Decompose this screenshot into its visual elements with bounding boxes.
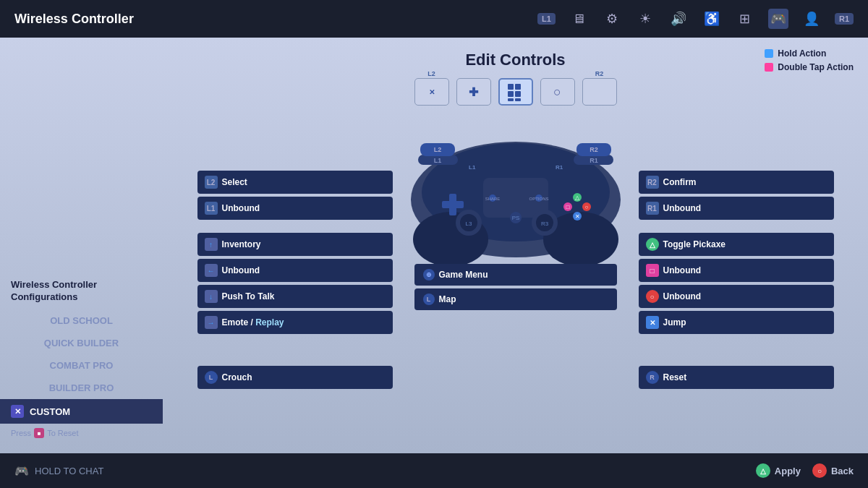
tri-label: Toggle Pickaxe: [663, 239, 726, 249]
controller-image: L1 R1 L2 R2 L1 R1 SHARE OPTIONS: [400, 106, 631, 265]
btn-r2-confirm[interactable]: R2 Confirm: [639, 171, 834, 194]
legend-hold-label: Hold Action: [778, 48, 826, 59]
options-icon: ⊕: [423, 269, 435, 281]
tab-l2[interactable]: L2 ✕: [414, 78, 449, 106]
sidebar-item-quick-builder[interactable]: QUICK BUILDER: [0, 332, 163, 354]
btn-l3-crouch[interactable]: L Crouch: [197, 366, 393, 389]
btn-r1-unbound[interactable]: R1 Unbound: [639, 197, 834, 220]
btn-dpad-up[interactable]: ↑ Inventory: [197, 233, 393, 256]
apply-label: Apply: [775, 466, 801, 476]
tab-r2[interactable]: R2: [582, 78, 617, 106]
main-content: Wireless ControllerConfigurations OLD SC…: [0, 38, 868, 453]
l1-label: Unbound: [222, 203, 260, 213]
btn-game-menu[interactable]: ⊕ Game Menu: [414, 264, 617, 286]
replay-text: Replay: [255, 317, 284, 328]
svg-text:R2: R2: [590, 146, 598, 153]
btn-square[interactable]: □ Unbound: [639, 259, 834, 282]
back-action[interactable]: ○ Back: [812, 463, 854, 478]
svg-rect-2: [508, 91, 514, 97]
btn-dpad-right[interactable]: → Emote / Replay: [197, 311, 393, 334]
sidebar-item-builder-pro[interactable]: BUILDER PRO: [0, 377, 163, 399]
legend: Hold Action Double Tap Action: [765, 48, 854, 72]
svg-text:L3: L3: [465, 221, 472, 227]
dpad-up-label: Inventory: [222, 239, 261, 249]
sidebar: Wireless ControllerConfigurations OLD SC…: [0, 38, 163, 453]
sidebar-item-custom[interactable]: ✕ CUSTOM: [0, 399, 163, 424]
sidebar-item-combat-pro[interactable]: COMBAT PRO: [0, 354, 163, 377]
to-reset-label: To Reset: [47, 429, 78, 437]
right-buttons: R2 Confirm R1 Unbound △ Toggle Pickaxe □…: [631, 171, 834, 389]
r-label: Reset: [663, 372, 687, 382]
left-buttons: L2 Select L1 Unbound ↑ Inventory ← Unbou…: [197, 171, 400, 389]
btn-l1-unbound[interactable]: L1 Unbound: [197, 197, 393, 220]
x-badge: ✕: [646, 316, 659, 329]
tab-row: L2 ✕ ✚ ○ R2: [414, 78, 617, 106]
tab-grid[interactable]: [498, 78, 533, 106]
top-bar: Wireless Controller L1 🖥 ⚙ ☀ 🔊 ♿ ⊞ 🎮 👤 R…: [0, 0, 868, 38]
legend-double-tap: Double Tap Action: [765, 62, 854, 72]
custom-x-icon: ✕: [11, 405, 24, 418]
bottom-left: 🎮 HOLD TO CHAT: [14, 464, 103, 478]
press-label: Press: [11, 429, 31, 437]
dpad-up-badge: ↑: [205, 238, 218, 251]
nav-user-icon[interactable]: 👤: [801, 9, 822, 29]
svg-rect-28: [442, 201, 464, 208]
nav-grid-icon[interactable]: ⊞: [735, 9, 755, 29]
nav-sun-icon[interactable]: ☀: [635, 9, 655, 29]
svg-text:R3: R3: [540, 221, 548, 227]
map-label: Map: [439, 294, 456, 304]
tab-circle-icon: ○: [553, 85, 561, 100]
svg-text:R1: R1: [556, 164, 563, 171]
page-title: Edit Controls: [465, 51, 565, 69]
btn-r-reset[interactable]: R Reset: [639, 366, 834, 389]
btn-dpad-down[interactable]: ↓ Push To Talk: [197, 285, 393, 308]
nav-gamepad-icon[interactable]: 🎮: [768, 9, 788, 29]
nav-icons: L1 🖥 ⚙ ☀ 🔊 ♿ ⊞ 🎮 👤 R1: [537, 9, 854, 29]
btn-x[interactable]: ✕ Jump: [639, 311, 834, 334]
l2-badge: L2: [205, 176, 218, 189]
svg-text:○: ○: [584, 204, 588, 210]
btn-triangle[interactable]: △ Toggle Pickaxe: [639, 233, 834, 256]
btn-circle[interactable]: ○ Unbound: [639, 285, 834, 308]
game-menu-label: Game Menu: [439, 270, 488, 280]
back-label: Back: [831, 466, 854, 476]
svg-rect-4: [508, 98, 514, 101]
btn-l2-select[interactable]: L2 Select: [197, 171, 393, 194]
r2-label: Confirm: [663, 177, 697, 187]
x-label: Jump: [663, 317, 686, 328]
btn-map[interactable]: L Map: [414, 288, 617, 310]
sidebar-item-old-school[interactable]: OLD SCHOOL: [0, 309, 163, 332]
l1-badge: L1: [205, 202, 218, 215]
btn-dpad-left[interactable]: ← Unbound: [197, 259, 393, 282]
legend-hold-dot: [765, 49, 773, 58]
apply-action[interactable]: △ Apply: [756, 463, 801, 478]
dpad-down-badge: ↓: [205, 290, 218, 303]
r2-badge: R2: [646, 176, 659, 189]
apply-tri-icon: △: [756, 463, 770, 478]
nav-person-icon[interactable]: ♿: [702, 9, 722, 29]
nav-l1-badge[interactable]: L1: [537, 13, 556, 25]
square-btn-icon: ■: [34, 428, 44, 438]
tab-r2-label: R2: [595, 70, 604, 77]
svg-rect-3: [515, 91, 521, 97]
back-cir-icon: ○: [812, 463, 827, 478]
nav-gear-icon[interactable]: ⚙: [602, 9, 622, 29]
svg-text:□: □: [566, 204, 569, 210]
bottom-bar: 🎮 HOLD TO CHAT △ Apply ○ Back: [0, 453, 868, 488]
r-badge: R: [646, 371, 659, 384]
legend-hold: Hold Action: [765, 48, 854, 59]
sidebar-title: Wireless ControllerConfigurations: [0, 279, 163, 309]
nav-monitor-icon[interactable]: 🖥: [569, 9, 589, 29]
dpad-down-label: Push To Talk: [222, 291, 275, 301]
l3-label: Crouch: [222, 372, 252, 382]
nav-volume-icon[interactable]: 🔊: [668, 9, 689, 29]
center-area: Hold Action Double Tap Action Edit Contr…: [163, 38, 868, 453]
nav-r1-badge[interactable]: R1: [835, 13, 854, 25]
hold-chat-label: HOLD TO CHAT: [35, 466, 103, 476]
press-reset: Press ■ To Reset: [0, 424, 163, 442]
svg-text:PS: PS: [511, 215, 519, 221]
svg-rect-5: [515, 98, 521, 101]
svg-text:OPTIONS: OPTIONS: [529, 197, 548, 201]
tab-crosshair[interactable]: ✚: [456, 78, 491, 106]
tab-circle[interactable]: ○: [540, 78, 575, 106]
